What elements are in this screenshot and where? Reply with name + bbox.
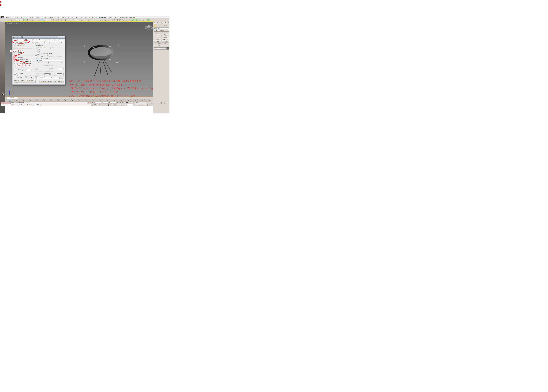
rendered-frame-window-icon[interactable]: ▦ <box>104 19 107 21</box>
select-object-icon[interactable]: ↖ <box>23 19 26 21</box>
maximize-viewport-toggle-icon[interactable]: ⬒ <box>145 104 148 106</box>
mirror-icon[interactable]: ◁▷ <box>80 19 83 21</box>
menu-item[interactable]: ツール(T) <box>11 16 19 18</box>
viewport-shading-label[interactable]: [ シェーディング ] <box>14 22 24 24</box>
time-slider-handle[interactable] <box>9 99 11 102</box>
y-input[interactable] <box>103 102 109 104</box>
helpers-icon[interactable]: ⊞ <box>163 25 165 27</box>
object-type-button[interactable]: 平面 <box>162 42 169 44</box>
keyable-tracks-icon[interactable]: ⇅ <box>5 100 7 101</box>
select-by-name-icon[interactable]: ☰ <box>26 19 29 21</box>
browse-button[interactable]: ... <box>59 77 63 79</box>
default-light-radio[interactable] <box>36 47 37 49</box>
select-and-rotate-icon[interactable]: ↻ <box>38 19 41 21</box>
key-filters-curve-icon[interactable]: √ <box>113 104 115 106</box>
spinner-snap-icon[interactable]: ⇅ <box>60 19 63 21</box>
reference-coordinate-dropdown[interactable]: ビュー▼ <box>44 19 51 21</box>
viewport-projection-label[interactable]: [ 正投影 ] <box>8 22 13 24</box>
auto-display-lights-checkbox[interactable] <box>47 56 49 57</box>
object-type-button[interactable]: チューブ <box>162 38 169 40</box>
dialog-title-bar[interactable]: ビューポート設定 ? X <box>12 35 65 39</box>
object-type-button[interactable]: 球 <box>154 36 161 38</box>
spacewarps-icon[interactable]: ≋ <box>166 25 168 27</box>
lights-icon[interactable]: ☼ <box>158 25 161 27</box>
object-name-field[interactable]: 5 個のオブジェクトが選択さ <box>154 47 167 49</box>
selection-lock-icon[interactable] <box>90 102 92 104</box>
object-type-button[interactable]: 円環体 <box>154 40 161 42</box>
selection-bracket-checkbox[interactable] <box>14 57 16 58</box>
bind-to-spacewarp-icon[interactable]: ≈ <box>13 19 15 21</box>
redo-icon[interactable]: ↷ <box>4 19 6 21</box>
ambient-occlusion-checkbox[interactable] <box>35 71 37 72</box>
select-and-move-icon[interactable]: + <box>36 19 38 21</box>
shadow-checkbox[interactable] <box>35 68 37 70</box>
go-to-end-button[interactable]: ▶▶ <box>157 102 159 104</box>
isolate-selection-icon[interactable]: ◉ <box>87 102 89 104</box>
time-tag-cube-icon[interactable]: ▢ <box>92 104 93 106</box>
dialog-tab[interactable]: バックグラウンド <box>30 41 44 43</box>
ok-button[interactable]: OK <box>53 80 57 83</box>
snap-point-icon[interactable]: ☆ <box>145 19 147 21</box>
maxscript-mini-recorder[interactable] <box>1 102 10 104</box>
select-and-scale-icon[interactable]: ↗ <box>41 19 43 21</box>
frame-counter-field[interactable]: 0 / 100 <box>7 97 18 99</box>
chair-model[interactable] <box>84 41 120 78</box>
object-type-button[interactable]: ボックス <box>154 34 161 36</box>
zoom-all-icon[interactable]: ⊞ <box>162 102 164 104</box>
ao-radius-field[interactable]: 3.0 <box>57 73 62 75</box>
hierarchy-tab-icon[interactable]: ⋔ <box>159 22 161 24</box>
app-logo[interactable]: MXD <box>1 16 4 18</box>
hw-cache-path-field[interactable]: C:¥Users¥cubica¥AppData¥Local¥Autodesk¥3… <box>36 77 59 79</box>
named-selection-sets-dropdown[interactable]: 選択セット作成▼ <box>67 19 79 21</box>
snap-vertex-icon[interactable]: ⊡ <box>131 19 134 21</box>
shade-selected-objects-checkbox[interactable] <box>14 63 16 64</box>
snap-face-icon[interactable]: ◁ <box>142 19 144 21</box>
rectangular-selection-region-icon[interactable]: ▢ <box>29 19 31 21</box>
geometry-icon[interactable]: ● <box>154 25 156 27</box>
menu-item[interactable]: グループ(G) <box>19 16 27 18</box>
dialog-tab[interactable]: レイアウト <box>44 41 52 43</box>
object-type-button[interactable]: 天球体 <box>162 36 169 38</box>
dialog-tab[interactable]: パフォーマンスを表示 <box>13 39 30 41</box>
slider-thumb[interactable] <box>48 63 49 64</box>
window-crossing-icon[interactable]: ▣ <box>32 19 34 21</box>
name-color-rollout[interactable]: − 名前とカラー <box>154 45 169 47</box>
viewport-menu-icon[interactable]: [ + ] <box>6 22 8 24</box>
next-key-button[interactable]: ▶ <box>154 102 156 104</box>
selection-edge-display-checkbox[interactable] <box>14 59 16 60</box>
object-type-rollout[interactable]: − オブジェクト タイプ <box>154 30 169 32</box>
apply-all-views-button[interactable]: [アクティブ レイアウト] タブのすべてのビューに適用 <box>14 80 36 83</box>
snap-pivot-icon[interactable]: + <box>128 19 131 21</box>
zoom-extents-all-icon[interactable]: ⊟ <box>167 102 170 104</box>
close-button[interactable]: X <box>61 36 64 38</box>
display-tab-icon[interactable]: ▣ <box>164 22 167 24</box>
auto-key-button[interactable]: オートキー <box>130 102 135 104</box>
schematic-view-icon[interactable]: ⫟ <box>95 19 98 21</box>
render-level-dropdown[interactable]: シェーディング ▼ <box>14 47 32 49</box>
modify-tab-icon[interactable]: ◠ <box>156 22 159 24</box>
menu-item[interactable]: レンダリング(R) <box>80 16 91 18</box>
previous-frame-button[interactable]: < <box>5 97 7 99</box>
fov-field[interactable]: 45.0 <box>24 69 30 71</box>
dialog-tab[interactable]: セーフフレーム <box>53 41 64 43</box>
primitive-category-dropdown[interactable]: 標準プリミティブ ▼ <box>154 27 169 29</box>
go-to-start-button[interactable]: ◀◀ <box>146 102 148 104</box>
zoom-extents-icon[interactable]: ⊕ <box>159 102 162 104</box>
axis-constraint-button[interactable]: X <box>111 19 113 21</box>
angle-snap-icon[interactable]: ∠ <box>55 19 57 21</box>
shadow-intensity-spinner[interactable]: ▲▼ <box>63 68 64 70</box>
selection-filter-dropdown[interactable]: すべて▼ <box>16 19 23 21</box>
snap-grid-icon[interactable]: # <box>126 19 128 21</box>
menu-item[interactable]: MAXScript(X) <box>119 16 128 18</box>
shapes-icon[interactable]: ◈ <box>156 25 158 27</box>
trackbar-toggle-button[interactable]: ▶ <box>1 93 4 95</box>
apply-active-view-button[interactable]: アクティブ ビューに適用 <box>39 80 52 83</box>
object-type-button[interactable]: 円錐 <box>162 34 169 36</box>
unlink-selection-icon[interactable]: ⊘ <box>10 19 13 21</box>
next-frame-button[interactable]: > <box>18 97 19 99</box>
axis-constraint-button[interactable]: XY <box>119 19 121 21</box>
menu-item[interactable]: アニメーション(A) <box>54 16 67 18</box>
axis-constraint-button[interactable]: XY <box>122 19 124 21</box>
time-configuration-icon[interactable]: ◔ <box>135 104 137 106</box>
two-light-radio[interactable] <box>37 51 39 53</box>
